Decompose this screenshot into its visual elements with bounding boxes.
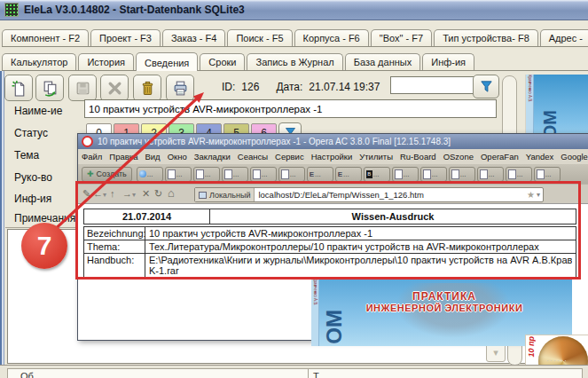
printout-date: 21.07.2014 [83,209,210,224]
id-value: 126 [241,81,259,93]
tab-kalkulyator[interactable]: Калькулятор [2,53,76,70]
tab-box[interactable]: "Box" - F7 [371,29,432,46]
browser-tab[interactable]: E... [307,167,333,182]
printout-header-row: 21.07.2014 Wissen-Ausdruck [83,209,576,224]
menu-seansy[interactable]: Сеансы [234,152,271,161]
menu-fayl[interactable]: Файл [78,152,106,161]
tab-proekt[interactable]: Проект - F3 [90,29,161,46]
page-icon [508,169,516,179]
tab-korpusa[interactable]: Корпуса - F6 [294,29,369,46]
book-spine-text: Кравченко А.В. [526,75,533,102]
filter-input[interactable] [390,76,475,94]
book-spine-text: Кравченко А.В. [311,278,318,305]
chevron-down-icon: ▾ [493,347,498,358]
info-label: Инф-ия [14,193,51,205]
tab-zapis-v-zhurnal[interactable]: Запись в Журнал [247,53,342,70]
elela-logo-icon [4,3,19,17]
browser-tab[interactable]: ... [222,167,248,182]
forward-button[interactable]: → [122,188,132,199]
page-icon [253,169,261,179]
page-icon [168,169,176,179]
manual-label: Руко-во [14,171,52,184]
tab-adres[interactable]: Адрес - [540,29,588,46]
opera-tab-bar: ✚ Создать ... ... ... ... ... ... E... E… [78,164,588,184]
menu-oszone[interactable]: OSzone [440,152,477,161]
opera-title-bar: 10 практич устройств AVR-микроконтроллер… [78,134,588,149]
browser-tab[interactable]: ... [250,167,277,182]
stop-button[interactable]: ✕ [142,188,150,200]
browser-tab[interactable]: ... [165,167,192,182]
address-dropdown-icon[interactable]: ▾ [537,191,540,199]
local-site-chip[interactable]: Локальный [195,188,255,201]
menu-ru-board[interactable]: Ru-Board [396,152,440,161]
menu-nastroyki[interactable]: Настройки [308,152,357,161]
new-tab-button[interactable]: ✚ Создать [82,167,132,182]
menu-okno[interactable]: Окно [164,152,191,161]
browser-tab[interactable]: ... [534,167,561,182]
splitter-handle-top[interactable] [502,75,517,141]
menu-yandex[interactable]: Yandex [522,152,558,161]
book-cover-strip: Кравченко А.В. ОМ [525,75,588,142]
print-button[interactable] [166,75,194,101]
home-button[interactable]: ⌂ [168,186,175,200]
letter-e-icon: E [310,170,314,178]
menu-vid[interactable]: Вид [141,152,163,161]
new-page-icon [11,80,27,97]
back-dropdown-icon[interactable]: ▾ [103,191,106,199]
status-label: Статус [14,127,48,139]
pencil-icon[interactable]: ✎ [82,188,90,200]
browser-tab[interactable]: ... [506,167,532,182]
tab-baza-dannyh[interactable]: База данных [345,53,421,70]
elela-window: EleLa V3.0.14802 - Start-Datenbank SQLit… [0,0,588,378]
name-input[interactable] [84,99,497,118]
topic-label: Тема [14,149,39,161]
back-button[interactable]: ← [93,188,103,199]
delete-x-icon [106,80,123,97]
date-label: Дата: [276,81,302,93]
opera-menu-bar: Файл Правка Вид Окно Закладки Сеансы Сер… [78,149,588,165]
tab-sroki[interactable]: Сроки [200,53,245,70]
add-record-button[interactable] [4,75,33,101]
menu-servis[interactable]: Сервис [271,152,308,161]
main-tab-bar: Компонент - F2 Проект - F3 Заказ - F4 По… [2,21,588,47]
browser-tab[interactable]: E... [335,167,362,182]
menu-google[interactable]: Google [557,152,588,161]
scroll-down-button[interactable]: ▾ [486,343,506,362]
tab-svedeniya-active[interactable]: Сведения [136,52,198,71]
browser-tab[interactable]: ... [477,167,504,182]
copy-record-button[interactable] [35,75,64,101]
tab-zakaz[interactable]: Заказ - F4 [162,29,225,46]
browser-tab[interactable]: ... [278,167,305,182]
tab-istoriya[interactable]: История [78,53,134,70]
filter-button[interactable] [473,75,499,98]
archive-record-button[interactable] [133,75,161,101]
bookmark-star-icon[interactable]: ★ [527,190,535,200]
tab-tip-ustroystva[interactable]: Тип устройства- F8 [434,29,538,46]
tab-inf-iya[interactable]: Инф-ия [422,53,474,70]
browser-tab[interactable]: B... [364,167,390,182]
menu-utility[interactable]: Утилиты [356,152,396,161]
save-record-button-disabled[interactable] [68,75,97,101]
browser-tab[interactable]: ... [193,167,220,182]
menu-pravka[interactable]: Правка [106,152,141,161]
funnel-icon [479,79,494,94]
browser-tab[interactable]: ... [449,167,475,182]
page-icon [537,169,545,179]
menu-zakladki[interactable]: Закладки [191,152,234,161]
page-icon [196,169,204,179]
delete-record-button-disabled[interactable] [100,75,129,101]
forward-dropdown-icon[interactable]: ▾ [132,191,136,199]
book-spine: Кравченко А.В. [311,278,319,346]
menu-operafan[interactable]: OperaFan [477,152,522,161]
tab-komponent[interactable]: Компонент - F2 [2,29,89,46]
title-bar: EleLa V3.0.14802 - Start-Datenbank SQLit… [0,0,588,20]
reload-button[interactable]: ↻ [154,188,162,200]
url-input[interactable] [255,190,527,200]
browser-tab[interactable]: ... [392,167,419,182]
browser-tab[interactable]: ... [137,167,163,182]
up-button[interactable]: ↑ [110,188,115,199]
floppy-save-icon [74,80,91,97]
tab-poisk[interactable]: Поиск - F5 [227,29,292,46]
window-edge-decoration [0,71,5,378]
browser-tab[interactable]: ... [420,167,447,182]
